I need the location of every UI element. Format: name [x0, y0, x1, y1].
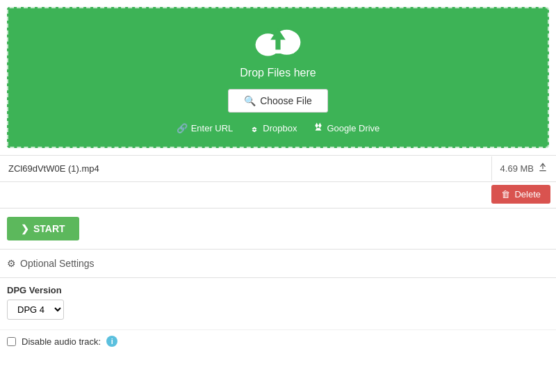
start-label: START: [33, 223, 65, 234]
info-icon[interactable]: i: [106, 336, 117, 347]
google-drive-label: Google Drive: [327, 123, 379, 133]
cloud-upload-icon: [253, 21, 303, 61]
start-section: ❯ START: [0, 209, 556, 250]
file-row: ZCl69dVtW0E (1).mp4 4.69 MB: [0, 155, 556, 182]
dropbox-label: Dropbox: [263, 123, 297, 133]
optional-settings-section: ⚙ Optional Settings: [0, 250, 556, 278]
dpg-version-label: DPG Version: [7, 285, 549, 295]
dropbox-link[interactable]: Dropbox: [250, 122, 297, 134]
choose-file-button[interactable]: 🔍 Choose File: [228, 89, 328, 113]
trash-icon: 🗑: [501, 189, 510, 199]
upload-status-icon: [538, 163, 548, 174]
start-button[interactable]: ❯ START: [7, 217, 79, 240]
google-drive-link[interactable]: Google Drive: [313, 122, 379, 134]
file-name: ZCl69dVtW0E (1).mp4: [0, 156, 492, 181]
dropbox-icon: [250, 122, 259, 134]
chevron-right-icon: ❯: [21, 223, 29, 234]
file-size: 4.69 MB: [492, 156, 556, 181]
optional-settings-header: ⚙ Optional Settings: [7, 258, 549, 277]
optional-settings-label: Optional Settings: [20, 258, 95, 269]
drop-files-text: Drop Files here: [240, 67, 316, 79]
enter-url-label: Enter URL: [191, 123, 234, 133]
disable-audio-row: Disable audio track: i: [0, 329, 556, 357]
choose-file-label: Choose File: [260, 95, 312, 106]
alt-sources: 🔗 Enter URL Dropbox Google Drive: [177, 122, 380, 134]
search-icon: 🔍: [244, 95, 256, 106]
delete-button[interactable]: 🗑 Delete: [491, 185, 550, 204]
delete-label: Delete: [514, 189, 541, 199]
enter-url-link[interactable]: 🔗 Enter URL: [177, 122, 234, 134]
gear-icon: ⚙: [7, 258, 16, 269]
disable-audio-checkbox[interactable]: [7, 337, 16, 346]
settings-body: DPG Version DPG 4 DPG 3 DPG 2 DPG 1: [0, 278, 556, 329]
disable-audio-label[interactable]: Disable audio track:: [22, 336, 101, 347]
upload-zone: Drop Files here 🔍 Choose File 🔗 Enter UR…: [7, 7, 549, 148]
delete-row: 🗑 Delete: [0, 182, 556, 209]
link-icon: 🔗: [177, 123, 188, 133]
dpg-version-select[interactable]: DPG 4 DPG 3 DPG 2 DPG 1: [7, 300, 64, 320]
google-drive-icon: [313, 122, 323, 134]
file-size-value: 4.69 MB: [500, 163, 534, 174]
